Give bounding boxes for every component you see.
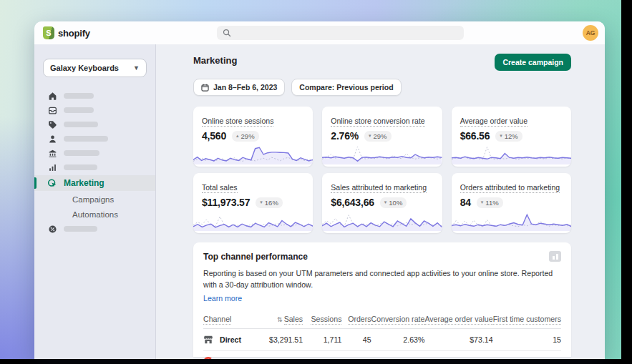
products-tag-icon	[47, 119, 57, 129]
sidebar-item-discounts[interactable]	[43, 222, 147, 236]
cell-orders: 26	[341, 350, 371, 359]
sparkline-chart	[193, 143, 313, 164]
date-range-label: Jan 8–Feb 6, 2023	[213, 83, 277, 92]
skeleton-bar	[64, 122, 98, 127]
trend-arrow-icon: ▾	[481, 200, 484, 205]
sidebar-item-label: Marketing	[64, 178, 104, 188]
cell-sales: $3,291.51	[261, 328, 303, 350]
column-header-conversion-rate[interactable]: Conversion rate	[371, 311, 425, 329]
metric-value: 2.76%	[331, 130, 359, 142]
change-value: 10%	[389, 199, 402, 207]
trend-arrow-icon: ▾	[384, 200, 387, 205]
metric-card-sales-attributed[interactable]: Sales attributed to marketing $6,643,66 …	[322, 173, 442, 233]
cell-sessions: 1,649	[303, 350, 341, 359]
skeleton-bar	[64, 107, 94, 113]
sidebar-item-home[interactable]	[43, 89, 147, 103]
metric-value: $11,973.57	[202, 197, 250, 208]
sidebar-item-orders[interactable]	[43, 103, 147, 117]
sidebar-item-analytics[interactable]	[43, 160, 147, 174]
store-name: Galaxy Keyboards	[50, 64, 119, 72]
metric-label: Total sales	[202, 183, 238, 193]
cell-first-time-customers: 15	[493, 328, 561, 350]
column-header-orders[interactable]: Orders	[341, 311, 371, 329]
table-row-google[interactable]: Google $2,026.36 1,649 26 1.58% $77.94 1…	[203, 350, 561, 359]
top-bar: S shopify AG	[34, 21, 605, 44]
top-channel-performance-card: Top channel performance Reporting is bas…	[193, 242, 571, 357]
sidebar-nav: Marketing Campaigns Automations	[43, 89, 147, 236]
column-header-channel[interactable]: Channel	[203, 311, 261, 329]
metric-value: $6,643,66	[331, 197, 374, 208]
create-campaign-button[interactable]: Create campaign	[495, 54, 571, 71]
shopify-admin-window: S shopify AG Galaxy Keyboards ▼	[34, 21, 605, 359]
column-header-first-time-customers[interactable]: First time customers	[493, 311, 561, 329]
change-badge: ▾ 16%	[256, 197, 283, 208]
discounts-icon	[47, 224, 57, 234]
trend-arrow-icon: ▾	[369, 133, 371, 139]
bar-chart-icon	[553, 256, 555, 260]
skeleton-bar	[64, 226, 97, 232]
sparkline-chart	[452, 143, 571, 164]
sidebar-item-marketing[interactable]: Marketing	[34, 175, 155, 191]
change-badge: ▾ 11%	[477, 197, 503, 208]
metrics-grid: Online store sessions 4,560 ▴ 29%	[193, 107, 571, 233]
marketing-icon	[47, 178, 57, 188]
change-badge: ▴ 29%	[232, 131, 259, 142]
learn-more-link[interactable]: Learn more	[203, 294, 242, 302]
column-header-sales[interactable]: ⇅Sales	[261, 311, 303, 329]
search-input[interactable]	[217, 26, 464, 40]
sidebar-item-automations[interactable]: Automations	[43, 207, 147, 222]
column-header-average-order-value[interactable]: Average order value	[424, 311, 492, 329]
compare-label: Compare: Previous period	[299, 83, 393, 92]
cell-conversion-rate: 1.58%	[371, 350, 425, 359]
column-header-sessions[interactable]: Sessions	[303, 311, 341, 329]
sidebar-item-finances[interactable]	[43, 146, 147, 160]
metric-card-sessions[interactable]: Online store sessions 4,560 ▴ 29%	[193, 107, 313, 167]
metric-card-total-sales[interactable]: Total sales $11,973.57 ▾ 16%	[193, 173, 313, 233]
metric-value: $66.56	[460, 130, 490, 142]
metric-card-orders-attributed[interactable]: Orders attributed to marketing 84 ▾ 11%	[452, 173, 571, 233]
sort-icon: ⇅	[277, 316, 283, 323]
avatar[interactable]: AG	[583, 25, 598, 41]
store-switcher[interactable]: Galaxy Keyboards ▼	[43, 59, 147, 77]
skeleton-bar	[64, 136, 108, 142]
metric-value: 84	[460, 197, 471, 208]
finances-icon	[47, 148, 57, 158]
sparkline-chart	[322, 210, 442, 231]
skeleton-bar	[64, 93, 94, 99]
trend-arrow-icon: ▴	[236, 133, 239, 139]
metric-value: 4,560	[202, 130, 226, 142]
orders-icon	[47, 105, 57, 115]
search-icon	[223, 29, 231, 37]
cell-sessions: 1,711	[303, 328, 341, 350]
metric-card-conversion-rate[interactable]: Online store conversion rate 2.76% ▾ 29%	[322, 107, 442, 167]
storefront-icon	[203, 335, 213, 345]
sidebar-item-campaigns[interactable]: Campaigns	[43, 192, 147, 207]
chevron-down-icon: ▼	[133, 64, 140, 72]
date-range-button[interactable]: Jan 8–Feb 6, 2023	[193, 79, 285, 96]
metric-label: Orders attributed to marketing	[460, 183, 560, 193]
skeleton-bar	[64, 150, 99, 156]
sidebar-item-customers[interactable]	[43, 132, 147, 146]
google-icon	[203, 357, 213, 359]
home-icon	[47, 91, 57, 101]
change-badge: ▾ 10%	[380, 197, 407, 208]
sidebar-item-products[interactable]	[43, 117, 147, 132]
sparkline-chart	[193, 210, 313, 231]
cell-average-order-value: $73.14	[424, 328, 492, 350]
table-row-direct[interactable]: Direct $3,291.51 1,711 45 2.63% $73.14 1…	[203, 328, 561, 350]
skeleton-bar	[64, 164, 97, 170]
change-value: 11%	[485, 199, 498, 207]
metric-card-average-order-value[interactable]: Average order value $66.56 ▾ 12%	[452, 107, 571, 167]
compare-button[interactable]: Compare: Previous period	[291, 79, 401, 96]
shopify-wordmark: shopify	[58, 28, 90, 39]
sparkline-chart	[452, 210, 571, 231]
cell-first-time-customers: 18	[493, 350, 561, 359]
chart-view-toggle-button[interactable]	[549, 251, 561, 262]
cell-conversion-rate: 2.63%	[371, 328, 425, 350]
trend-arrow-icon: ▾	[260, 200, 263, 205]
channel-report-table: Channel ⇅Sales Sessions Orders Conversio…	[203, 311, 561, 359]
trend-arrow-icon: ▾	[500, 133, 502, 139]
sidebar: Galaxy Keyboards ▼	[34, 44, 156, 359]
metric-label: Average order value	[460, 117, 528, 127]
shopify-logo[interactable]: S shopify	[43, 26, 90, 39]
